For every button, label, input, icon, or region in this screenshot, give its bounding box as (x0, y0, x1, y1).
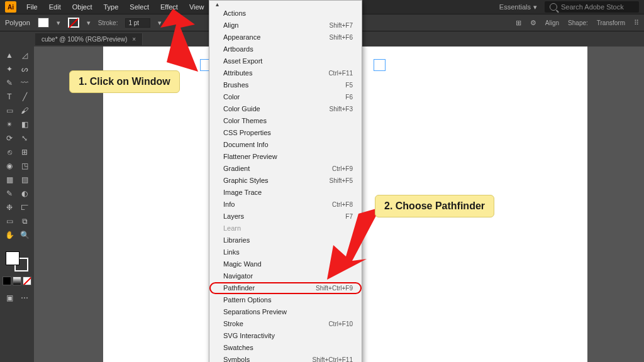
workspace-switcher[interactable]: Essentials ▾ (493, 3, 543, 11)
scale-tool[interactable]: ⤡ (18, 132, 31, 145)
zoom-tool[interactable]: 🔍 (18, 229, 31, 241)
menu-item-shortcut: Shift+Ctrl+F11 (313, 355, 353, 362)
menu-item-svg-interactivity[interactable]: SVG Interactivity (209, 330, 362, 342)
menu-item-color-guide[interactable]: Color GuideShift+F3 (209, 103, 362, 115)
curvature-tool[interactable]: 〰 (18, 77, 31, 89)
shape-panel-button[interactable]: Shape: (568, 19, 588, 26)
symbol-sprayer-tool[interactable]: ❉ (3, 201, 16, 214)
annotation-callout-1: 1. Click on Window (69, 70, 180, 93)
paintbrush-tool[interactable]: 🖌 (18, 104, 31, 117)
document-tab-title: cube* @ 100% (RGB/Preview) (42, 36, 127, 43)
menu-edit[interactable]: Edit (44, 1, 66, 13)
annotation-callout-2: 2. Choose Pathfinder (375, 195, 494, 217)
menu-item-appearance[interactable]: AppearanceShift+F6 (209, 31, 362, 43)
hand-tool[interactable]: ✋ (3, 229, 16, 241)
artboard-tool[interactable]: ▭ (3, 215, 16, 228)
chevron-down-icon[interactable]: ▾ (87, 19, 91, 27)
pen-tool[interactable]: ✎ (3, 77, 16, 89)
window-menu-dropdown: ▴ ActionsAlignShift+F7AppearanceShift+F6… (209, 0, 362, 362)
align-panel-button[interactable]: Align (545, 19, 559, 26)
magic-wand-tool[interactable]: ✦ (3, 63, 16, 75)
document-tab[interactable]: cube* @ 100% (RGB/Preview) × (35, 33, 143, 45)
color-mode-solid[interactable] (3, 277, 11, 285)
color-mode-none[interactable] (23, 277, 31, 285)
color-mode-gradient[interactable] (13, 277, 21, 285)
eraser-tool[interactable]: ◧ (18, 118, 31, 131)
screen-mode-button[interactable]: ▣ (3, 292, 16, 304)
direct-selection-tool[interactable]: ◿ (18, 49, 31, 62)
menu-item-label: Swatches (223, 343, 253, 353)
eyedropper-tool[interactable]: ✎ (3, 187, 16, 200)
tool-row: ✦ᔕ (1, 63, 33, 75)
menu-item-shortcut: Shift+F3 (329, 104, 353, 114)
fill-stroke-control[interactable] (6, 251, 28, 272)
mesh-tool[interactable]: ▦ (3, 173, 16, 186)
menu-item-separations-preview[interactable]: Separations Preview (209, 306, 362, 318)
menu-item-label: Learn (223, 224, 241, 233)
menu-item-document-info[interactable]: Document Info (209, 139, 362, 151)
graph-tool[interactable]: ⫍ (18, 201, 31, 214)
search-stock-input[interactable]: Search Adobe Stock (545, 1, 639, 13)
menu-item-align[interactable]: AlignShift+F7 (209, 19, 362, 31)
menu-item-color-themes[interactable]: Color Themes (209, 115, 362, 127)
menu-item-symbols[interactable]: SymbolsShift+Ctrl+F11 (209, 354, 362, 362)
preferences-icon[interactable]: ⚙ (530, 19, 536, 27)
chevron-down-icon[interactable]: ▾ (57, 19, 60, 27)
free-transform-tool[interactable]: ⊞ (18, 146, 31, 158)
gradient-tool[interactable]: ▤ (18, 173, 31, 186)
menu-type[interactable]: Type (99, 1, 124, 13)
menu-item-css-properties[interactable]: CSS Properties (209, 127, 362, 139)
menu-item-swatches[interactable]: Swatches (209, 342, 362, 354)
selection-handle[interactable] (374, 59, 386, 71)
color-mode-row (1, 277, 33, 285)
menu-item-label: Image Trace (223, 188, 262, 197)
menu-item-flattener-preview[interactable]: Flattener Preview (209, 151, 362, 163)
rotate-tool[interactable]: ⟳ (3, 132, 16, 145)
menu-object[interactable]: Object (67, 1, 97, 13)
stroke-swatch[interactable] (68, 18, 79, 28)
tools-panel: ▲◿✦ᔕ✎〰T╱▭🖌✴◧⟳⤡⎋⊞◉◳▦▤✎◐❉⫍▭⧉✋🔍 ▣ ⋯ (0, 47, 34, 362)
menu-item-stroke[interactable]: StrokeCtrl+F10 (209, 318, 362, 330)
tool-row: ❉⫍ (1, 201, 33, 214)
transform-panel-button[interactable]: Transform (597, 19, 625, 26)
width-tool[interactable]: ⎋ (3, 146, 16, 158)
menu-item-label: Artboards (223, 45, 253, 54)
menu-item-asset-export[interactable]: Asset Export (209, 55, 362, 67)
menu-item-artboards[interactable]: Artboards (209, 43, 362, 55)
edit-toolbar-button[interactable]: ⋯ (18, 292, 31, 304)
slice-tool[interactable]: ⧉ (18, 215, 31, 228)
menu-item-pathfinder[interactable]: PathfinderShift+Ctrl+F9 (209, 282, 362, 294)
selection-tool[interactable]: ▲ (3, 49, 16, 62)
more-options-icon[interactable]: ⠿ (634, 19, 639, 27)
fill-color-box[interactable] (6, 251, 19, 265)
menu-item-label: Gradient (223, 164, 250, 173)
menu-item-shortcut: Shift+F6 (329, 33, 353, 42)
fill-swatch[interactable] (38, 18, 49, 28)
menu-item-attributes[interactable]: AttributesCtrl+F11 (209, 67, 362, 79)
menu-item-color[interactable]: ColorF6 (209, 91, 362, 103)
menu-item-label: CSS Properties (223, 128, 271, 138)
menu-item-label: SVG Interactivity (223, 331, 275, 341)
rectangle-tool[interactable]: ▭ (3, 104, 16, 117)
scroll-up-arrow-icon[interactable]: ▴ (209, 1, 362, 8)
menu-item-gradient[interactable]: GradientCtrl+F9 (209, 163, 362, 175)
menu-item-brushes[interactable]: BrushesF5 (209, 79, 362, 91)
menu-item-shortcut: Shift+F5 (329, 176, 353, 185)
line-tool[interactable]: ╱ (18, 90, 31, 103)
svg-marker-1 (327, 207, 380, 280)
menu-item-label: Brushes (223, 80, 248, 90)
menu-item-label: Align (223, 21, 238, 30)
menu-item-image-trace[interactable]: Image Trace (209, 187, 362, 199)
document-setup-icon[interactable]: ⊞ (516, 19, 521, 27)
menu-file[interactable]: File (21, 1, 43, 13)
menu-item-actions[interactable]: Actions (209, 8, 362, 19)
blend-tool[interactable]: ◐ (18, 187, 31, 200)
shaper-tool[interactable]: ✴ (3, 118, 16, 131)
type-tool[interactable]: T (3, 90, 16, 103)
menu-item-shortcut: F6 (345, 92, 353, 102)
shape-builder-tool[interactable]: ◉ (3, 160, 16, 172)
lasso-tool[interactable]: ᔕ (18, 63, 31, 75)
menu-item-pattern-options[interactable]: Pattern Options (209, 294, 362, 306)
perspective-tool[interactable]: ◳ (18, 160, 31, 172)
menu-item-graphic-styles[interactable]: Graphic StylesShift+F5 (209, 175, 362, 187)
